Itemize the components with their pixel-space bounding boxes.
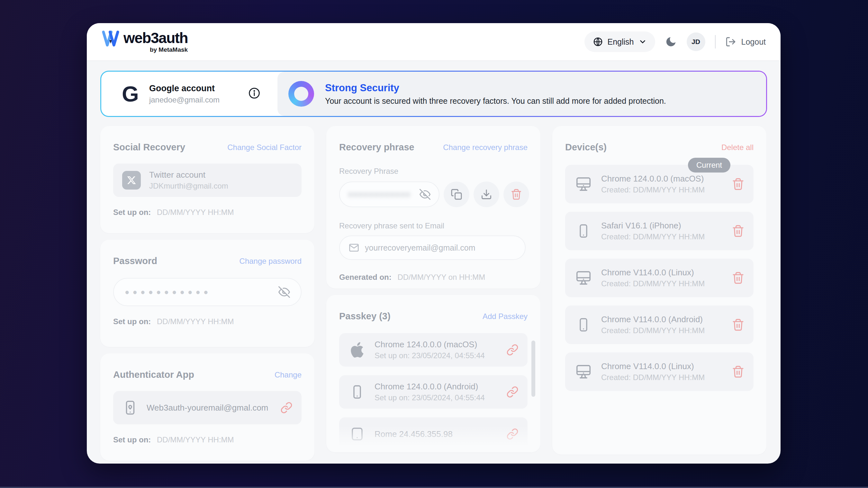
- device-detail: Created: DD/MM/YYY HH:MM: [601, 185, 705, 194]
- logo-texts: web3auth by MetaMask: [123, 30, 188, 53]
- authenticator-account-row: Web3auth-youremail@gmal.com: [113, 391, 302, 424]
- device-row: Chrome V114.0.0 (Android)Created: DD/MM/…: [565, 305, 753, 344]
- provider-title: Google account: [149, 84, 220, 94]
- device-name: Chrome 124.0.0.0 (macOS): [601, 174, 705, 184]
- password-setup-row: Set up on: DD/MM/YYYY HH:MM: [113, 317, 302, 326]
- passkey-row: Chrome 124.0.0.0 (macOS)Set up on: 23/05…: [339, 333, 528, 366]
- content-columns: Social Recovery Change Social Factor Twi…: [87, 117, 780, 461]
- google-icon: G: [122, 83, 139, 105]
- devices-card: Device(s) Delete all CurrentChrome 124.0…: [552, 126, 767, 455]
- device-name: Chrome V114.0.0 (Linux): [601, 361, 705, 371]
- device-texts: Chrome V114.0.0 (Android)Created: DD/MM/…: [601, 315, 705, 335]
- password-card: Password Change password ●●●●●●●●●●● Set: [100, 240, 314, 347]
- social-recovery-title: Social Recovery: [113, 142, 185, 153]
- passkey-name: Rome 24.456.355.98: [374, 429, 453, 439]
- language-label: English: [608, 37, 634, 46]
- language-selector[interactable]: English: [585, 31, 655, 52]
- passkey-scrollbar[interactable]: [531, 340, 535, 397]
- logout-icon: [725, 36, 736, 47]
- current-badge: Current: [688, 158, 731, 172]
- change-social-factor-link[interactable]: Change Social Factor: [227, 143, 302, 152]
- twitter-account-title: Twitter account: [149, 170, 228, 180]
- generated-value: DD/MM/YYYY on HH:MM: [397, 273, 485, 282]
- add-passkey-link[interactable]: Add Passkey: [483, 312, 528, 321]
- dark-mode-toggle[interactable]: [665, 36, 677, 48]
- page-bottom-edge: [0, 487, 868, 488]
- eye-off-icon[interactable]: [278, 286, 290, 298]
- password-field[interactable]: ●●●●●●●●●●●: [113, 278, 302, 306]
- security-status-description: Your account is secured with three recov…: [325, 96, 666, 106]
- brand-byline: by MetaMask: [150, 46, 188, 53]
- mail-icon: [349, 242, 359, 253]
- trash-icon[interactable]: [732, 271, 745, 284]
- info-icon[interactable]: [248, 87, 261, 101]
- device-texts: Chrome 124.0.0.0 (macOS)Created: DD/MM/Y…: [601, 174, 705, 194]
- device-name: Chrome V114.0.0 (Linux): [601, 268, 705, 278]
- web3auth-logo-icon: [101, 30, 120, 47]
- authenticator-title: Authenticator App: [113, 369, 194, 380]
- smartphone-icon: [574, 317, 593, 332]
- trash-icon[interactable]: [732, 365, 745, 378]
- authenticator-card: Authenticator App Change Web3auth-yourem…: [100, 353, 314, 461]
- twitter-account-row: Twitter account JDKmurthi@gmail.com: [113, 164, 302, 197]
- delete-phrase-button[interactable]: [503, 182, 529, 207]
- link-icon[interactable]: [506, 344, 519, 356]
- password-masked-value: ●●●●●●●●●●●: [125, 288, 211, 296]
- device-row: Chrome V114.0.0 (Linux)Created: DD/MM/YY…: [565, 259, 753, 297]
- change-recovery-phrase-link[interactable]: Change recovery phrase: [443, 143, 528, 152]
- device-row: Safari V16.1 (iPhone)Created: DD/MM/YYY …: [565, 212, 753, 250]
- trash-icon[interactable]: [732, 318, 745, 331]
- eye-off-icon[interactable]: [420, 189, 431, 200]
- device-detail: Created: DD/MM/YYY HH:MM: [601, 232, 705, 241]
- provider-email: janedoe@gmail.com: [149, 95, 220, 104]
- recovery-email-input[interactable]: yourrecoveryemail@gmail.com: [339, 235, 526, 260]
- setup-value: DD/MM/YYYY HH:MM: [157, 317, 234, 326]
- recovery-email-value: yourrecoveryemail@gmail.com: [365, 243, 475, 253]
- recovery-phrase-hidden-value: ●●●●●●●●●●●●: [348, 190, 409, 199]
- passkey-texts: Rome 24.456.355.98: [374, 429, 453, 439]
- device-name: Safari V16.1 (iPhone): [601, 221, 705, 231]
- security-banner-inner: G Google account janedoe@gmail.com Stron…: [101, 72, 766, 116]
- security-status-title: Strong Security: [325, 82, 666, 94]
- tablet-icon: [348, 426, 366, 442]
- desktop-icon: [574, 175, 593, 193]
- security-status: Strong Security Your account is secured …: [277, 72, 766, 116]
- trash-icon[interactable]: [732, 178, 745, 191]
- device-row: Chrome V114.0.0 (Linux)Created: DD/MM/YY…: [565, 352, 753, 391]
- setup-label: Set up on:: [113, 317, 151, 326]
- passkey-texts: Chrome 124.0.0.0 (Android)Set up on: 23/…: [374, 382, 485, 402]
- change-authenticator-link[interactable]: Change: [275, 370, 302, 380]
- device-list: CurrentChrome 124.0.0.0 (macOS)Created: …: [565, 165, 753, 391]
- passkey-name: Chrome 124.0.0.0 (macOS): [374, 339, 485, 350]
- logout-label: Logout: [741, 37, 766, 46]
- passkey-name: Chrome 124.0.0.0 (Android): [374, 382, 485, 392]
- trash-icon[interactable]: [732, 225, 745, 237]
- unlink-icon[interactable]: [280, 401, 292, 414]
- chevron-down-icon: [639, 38, 647, 46]
- recovery-phrase-input[interactable]: ●●●●●●●●●●●●: [339, 182, 439, 207]
- passkey-card: Passkey (3) Add Passkey Chrome 124.0.0.0…: [326, 295, 540, 452]
- link-icon[interactable]: [506, 386, 519, 398]
- delete-all-link[interactable]: Delete all: [721, 143, 753, 152]
- phone-lock-icon: [122, 400, 138, 416]
- twitter-x-icon: [122, 171, 141, 190]
- navbar-divider: [715, 35, 716, 48]
- recovery-email-label: Recovery phrase sent to Email: [339, 221, 528, 230]
- account-dashboard: web3auth by MetaMask English: [87, 23, 780, 464]
- setup-value: DD/MM/YYYY HH:MM: [157, 208, 234, 217]
- link-icon[interactable]: [506, 428, 519, 440]
- brand-name: web3auth: [123, 30, 188, 45]
- copy-button[interactable]: [444, 182, 469, 207]
- twitter-account-email: JDKmurthi@gmail.com: [149, 182, 228, 191]
- download-button[interactable]: [473, 182, 499, 207]
- apple-icon: [348, 342, 366, 358]
- smartphone-icon: [574, 223, 593, 239]
- globe-icon: [593, 37, 603, 47]
- device-row: CurrentChrome 124.0.0.0 (macOS)Created: …: [565, 165, 753, 203]
- avatar[interactable]: JD: [687, 32, 705, 51]
- passkey-row: Chrome 124.0.0.0 (Android)Set up on: 23/…: [339, 375, 528, 409]
- navbar-actions: English JD: [585, 31, 766, 52]
- device-texts: Chrome V114.0.0 (Linux)Created: DD/MM/YY…: [601, 268, 705, 288]
- logout-button[interactable]: Logout: [725, 36, 766, 47]
- change-password-link[interactable]: Change password: [240, 257, 302, 266]
